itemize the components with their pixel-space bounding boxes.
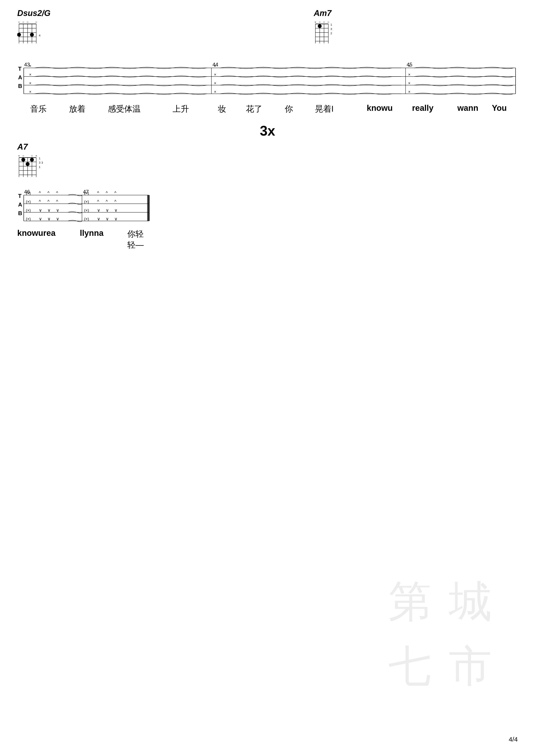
page-number: 4/4 (509, 736, 518, 743)
svg-text:○: ○ (22, 154, 24, 157)
svg-text:^: ^ (47, 191, 50, 195)
svg-text:^: ^ (39, 199, 41, 204)
watermark-char-4: 市 (449, 637, 492, 696)
tab-staff-row1: T A B 43 44 45 × × (17, 63, 518, 99)
svg-text:^: ^ (47, 199, 50, 204)
lyric-word-1: 音乐 (30, 103, 46, 115)
svg-text:1: 1 (39, 157, 40, 160)
svg-text:^: ^ (106, 191, 108, 195)
svg-text:×: × (214, 81, 216, 85)
svg-text:○: ○ (323, 20, 325, 24)
tab-staff-row2: T A B 46 47 (×) (×) (×) (×) ^ ^ (17, 190, 151, 226)
svg-text:∨: ∨ (39, 216, 42, 221)
watermark-char-3: 七 (388, 637, 432, 696)
svg-text:(×): (×) (26, 217, 31, 221)
lyric-word-10: really (412, 103, 434, 113)
svg-text:^: ^ (39, 191, 41, 195)
svg-point-14 (17, 33, 21, 37)
lyric-word-r2-1: knowurea (17, 229, 55, 238)
svg-text:×: × (29, 72, 32, 77)
svg-text:(×): (×) (26, 208, 31, 213)
svg-text:×: × (214, 64, 216, 68)
svg-point-97 (30, 158, 34, 162)
svg-text:(×): (×) (84, 200, 89, 204)
page: Dsus2/G ○ ○ ○ ○ (0, 0, 535, 756)
chord-diagram-a7-s2: × ○ ○ × 1 3 3 1 (17, 153, 47, 181)
lyric-word-7: 你 (285, 103, 293, 115)
svg-text:○: ○ (27, 20, 28, 24)
svg-text:∨: ∨ (114, 208, 118, 213)
lyric-word-12: You (492, 103, 507, 113)
svg-text:×: × (214, 90, 216, 94)
lyric-word-4: 上升 (173, 103, 189, 115)
svg-text:(×): (×) (26, 191, 31, 195)
svg-point-95 (21, 158, 25, 162)
tab-section-row1: T A B 43 44 45 × × (17, 63, 518, 100)
chord-name-dsus2g: Dsus2/G (17, 9, 50, 18)
svg-text:×: × (408, 90, 410, 94)
lyric-word-3: 感受体温 (108, 103, 141, 115)
svg-text:2: 2 (330, 32, 332, 35)
lyric-word-8: 晃着I (315, 103, 334, 115)
svg-text:∨: ∨ (47, 216, 51, 221)
svg-text:1: 1 (330, 23, 332, 26)
svg-text:T: T (18, 193, 21, 199)
chord-dsus2g: Dsus2/G ○ ○ ○ ○ (17, 9, 50, 47)
lyric-word-r2-3: 你轻轻— (127, 229, 151, 251)
svg-text:(×): (×) (84, 208, 89, 213)
watermark-row1: 第 城 (388, 573, 492, 631)
lyric-word-6: 花了 (246, 103, 262, 115)
svg-text:×: × (408, 72, 410, 77)
svg-text:^: ^ (114, 191, 117, 195)
svg-text:∨: ∨ (56, 216, 59, 221)
svg-text:∨: ∨ (47, 208, 51, 213)
lyric-word-2: 放着 (69, 103, 85, 115)
chord-diagram-dsus2g: ○ ○ ○ ○ 4 (17, 19, 45, 47)
lyric-word-11: wann (457, 103, 478, 113)
svg-point-15 (30, 33, 34, 37)
watermark-char-2: 城 (449, 573, 492, 631)
chord-diagrams-row1: Dsus2/G ○ ○ ○ ○ (17, 9, 535, 47)
lyric-word-9: knowu (367, 103, 393, 113)
svg-text:×: × (408, 64, 410, 68)
svg-text:^: ^ (114, 199, 117, 204)
repeat-marker-text: 3x (260, 123, 275, 139)
svg-text:×: × (29, 81, 32, 85)
chord-am7: Am7 × ○ ○ ○ 1 (314, 9, 342, 47)
svg-text:∨: ∨ (106, 208, 109, 213)
watermark: 第 城 七 市 (388, 573, 492, 696)
chord-a7-section2: A7 × ○ ○ × 1 3 3 1 (17, 142, 47, 182)
chord-name-a7-s2: A7 (17, 142, 47, 151)
lyric-word-r2-2: llynna (80, 229, 103, 238)
svg-text:○: ○ (18, 20, 20, 24)
svg-text:(×): (×) (84, 217, 89, 221)
svg-text:×: × (315, 20, 316, 24)
svg-text:∨: ∨ (97, 216, 100, 221)
svg-text:○: ○ (31, 154, 33, 157)
svg-text:^: ^ (56, 199, 58, 204)
svg-text:^: ^ (56, 191, 58, 195)
svg-text:×: × (18, 154, 20, 157)
lyric-word-5: 妆 (218, 103, 226, 115)
svg-text:×: × (29, 90, 32, 94)
svg-text:∨: ∨ (114, 216, 118, 221)
svg-text:○: ○ (35, 20, 37, 24)
svg-text:×: × (408, 81, 410, 85)
svg-text:A: A (18, 74, 22, 81)
watermark-row2: 七 市 (388, 637, 492, 696)
chord-diagram-am7: × ○ ○ ○ 1 3 2 (314, 19, 342, 47)
repeat-marker: 3x (0, 123, 535, 139)
svg-text:(×): (×) (26, 200, 31, 204)
svg-text:4: 4 (39, 34, 40, 37)
tab-section-row2: T A B 46 47 (×) (×) (×) (×) ^ ^ (17, 190, 151, 227)
svg-text:∨: ∨ (97, 208, 100, 213)
svg-point-30 (318, 24, 322, 28)
chord-name-am7: Am7 (314, 9, 331, 18)
svg-text:1: 1 (39, 165, 40, 169)
svg-text:^: ^ (106, 199, 108, 204)
svg-text:∨: ∨ (106, 216, 109, 221)
svg-text:^: ^ (97, 191, 99, 195)
svg-text:×: × (29, 64, 32, 68)
svg-text:T: T (18, 66, 21, 72)
svg-text:3: 3 (39, 161, 40, 164)
